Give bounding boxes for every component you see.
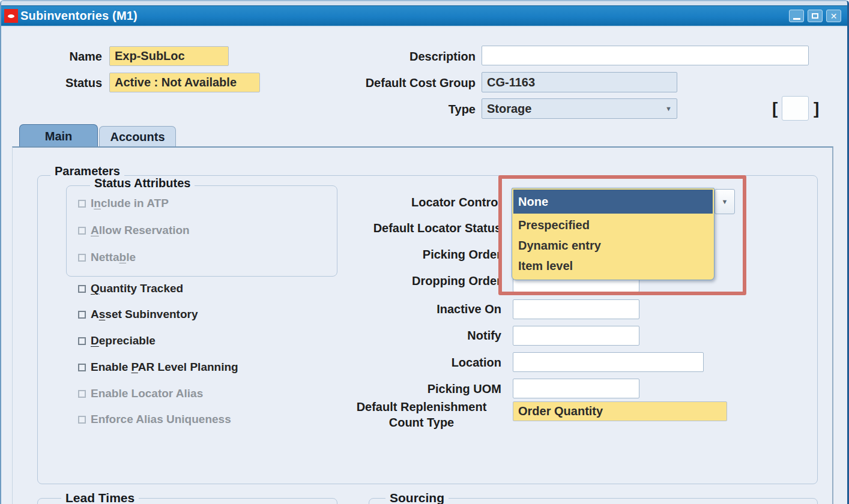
default-replenishment-count-type-label: Default Replenishment Count Type [334, 399, 509, 430]
type-dropdown[interactable]: Storage ▼ [482, 98, 677, 119]
status-attributes-title: Status Attributes [90, 176, 195, 190]
close-button[interactable]: ✕ [826, 10, 841, 22]
notify-label: Notify [337, 328, 501, 343]
type-label: Type [337, 101, 476, 117]
locator-control-dropdown-list: None Prespecified Dynamic entry Item lev… [512, 188, 715, 280]
flexfield-open-bracket: [ [772, 99, 778, 118]
tab-accounts[interactable]: Accounts [99, 126, 176, 147]
checkbox-row-nettable: Nettable [78, 250, 136, 265]
checkbox-asset-subinventory[interactable] [78, 311, 86, 319]
dropdown-option-item-level[interactable]: Item level [513, 256, 713, 276]
lead-times-title: Lead Times [61, 491, 139, 504]
location-label: Location [337, 355, 501, 370]
label-line-2: Count Type [334, 415, 509, 430]
checkbox-label: Enable Locator Alias [91, 386, 203, 401]
inactive-on-label: Inactive On [337, 301, 501, 317]
checkbox-row-asset-subinventory[interactable]: Asset Subinventory [78, 307, 198, 322]
descriptive-flexfield[interactable] [782, 96, 809, 121]
status-field[interactable]: Active : Not Available [109, 73, 260, 92]
sourcing-title: Sourcing [385, 491, 449, 504]
checkbox-label: Quantity Tracked [91, 281, 183, 296]
checkbox-depreciable[interactable] [78, 337, 86, 345]
maximize-button[interactable] [808, 10, 823, 22]
subinventories-window: Subinventories (M1) ✕ Name Exp-SubLoc St… [0, 0, 849, 504]
checkbox-enforce-alias-uniqueness [78, 416, 86, 424]
titlebar[interactable]: Subinventories (M1) ✕ [1, 5, 847, 27]
checkbox-label: Enable PAR Level Planning [91, 359, 238, 375]
label-line-1: Default Replenishment [334, 399, 509, 415]
checkbox-label: Depreciable [91, 333, 156, 349]
checkbox-label: Nettable [91, 250, 136, 265]
checkbox-include-in-atp [78, 200, 86, 208]
description-field[interactable] [482, 46, 809, 65]
checkbox-row-depreciable[interactable]: Depreciable [78, 333, 156, 349]
oracle-logo-icon [4, 9, 18, 23]
minimize-button[interactable] [789, 10, 804, 22]
maximize-icon [812, 13, 818, 19]
default-replenishment-count-type-field[interactable]: Order Quantity [513, 401, 727, 421]
locator-control-label: Locator Control [337, 194, 501, 210]
close-icon: ✕ [830, 12, 838, 20]
checkbox-label: Asset Subinventory [91, 307, 198, 322]
tab-main[interactable]: Main [19, 124, 98, 147]
picking-uom-field[interactable] [513, 379, 639, 398]
dropdown-option-dynamic-entry[interactable]: Dynamic entry [513, 235, 713, 256]
checkbox-row-quantity-tracked[interactable]: Quantity Tracked [78, 281, 183, 296]
picking-order-label: Picking Order [337, 247, 501, 262]
location-field[interactable] [513, 352, 704, 372]
checkbox-label: Allow Reservation [91, 223, 190, 238]
window-frame-strip [1, 1, 847, 5]
checkbox-label: Include in ATP [91, 196, 169, 211]
description-label: Description [337, 49, 476, 64]
checkbox-row-enforce-alias-uniqueness: Enforce Alias Uniqueness [78, 412, 231, 427]
inactive-on-field[interactable] [513, 299, 639, 319]
minimize-icon [793, 18, 800, 20]
default-cost-group-label: Default Cost Group [313, 75, 476, 91]
name-field[interactable]: Exp-SubLoc [109, 46, 229, 66]
checkbox-row-include-in-atp: Include in ATP [78, 196, 169, 211]
checkbox-row-enable-par-level-planning[interactable]: Enable PAR Level Planning [78, 359, 238, 375]
checkbox-enable-locator-alias [78, 390, 86, 398]
default-locator-status-label: Default Locator Status [337, 220, 501, 236]
window-title: Subinventories (M1) [20, 9, 137, 23]
notify-field[interactable] [513, 326, 639, 346]
dropping-order-label: Dropping Order [337, 273, 501, 289]
checkbox-allow-reservation [78, 227, 86, 235]
name-label: Name [25, 49, 102, 64]
checkbox-label: Enforce Alias Uniqueness [91, 412, 231, 427]
chevron-down-icon: ▼ [665, 99, 672, 118]
dropdown-option-prespecified[interactable]: Prespecified [513, 215, 713, 235]
default-cost-group-field: CG-1163 [482, 72, 677, 92]
chevron-down-icon: ▼ [722, 198, 728, 205]
type-value: Storage [487, 102, 531, 115]
picking-uom-label: Picking UOM [337, 381, 501, 397]
checkbox-quantity-tracked[interactable] [78, 285, 86, 293]
dropdown-option-none[interactable]: None [513, 190, 713, 214]
checkbox-enable-par-level-planning[interactable] [78, 364, 86, 371]
checkbox-row-enable-locator-alias: Enable Locator Alias [78, 386, 203, 401]
flexfield-close-bracket: ] [814, 99, 819, 118]
checkbox-nettable [78, 254, 86, 262]
status-label: Status [25, 75, 102, 91]
checkbox-row-allow-reservation: Allow Reservation [78, 223, 190, 238]
locator-control-dropdown-button[interactable]: ▼ [715, 189, 735, 214]
